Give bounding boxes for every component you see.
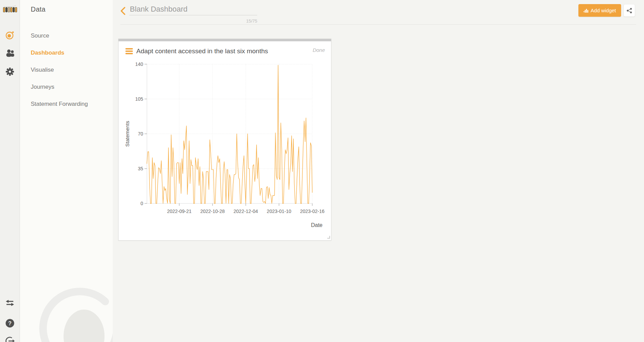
svg-text:2023-01-10: 2023-01-10 [267, 209, 291, 214]
statements-line-chart: 035701051402022-09-212022-10-282022-12-0… [119, 39, 332, 241]
switch-org-icon[interactable] [5, 299, 15, 308]
sidebar-item-journeys[interactable]: Journeys [20, 79, 113, 96]
svg-text:0: 0 [140, 201, 143, 206]
settings-gear-icon[interactable] [5, 67, 15, 78]
users-icon[interactable] [5, 49, 15, 59]
back-button[interactable] [120, 6, 127, 15]
svg-text:2022-12-04: 2022-12-04 [234, 209, 258, 214]
topbar-divider [120, 24, 636, 25]
sidebar-item-dashboards[interactable]: Dashboards [20, 44, 113, 61]
sidebar-nav: SourceDashboardsVisualiseJourneysStateme… [20, 27, 113, 113]
add-widget-button[interactable]: Add widget [578, 4, 621, 17]
svg-text:105: 105 [135, 96, 143, 102]
sidebar-heading: Data [31, 5, 45, 13]
svg-text:2022-10-28: 2022-10-28 [200, 209, 225, 214]
icon-rail: ? [0, 0, 20, 342]
sidebar-item-source[interactable]: Source [20, 27, 113, 44]
share-button[interactable] [624, 4, 635, 17]
share-icon [626, 8, 632, 14]
svg-text:Statements: Statements [124, 121, 130, 147]
sidebar: Data SourceDashboardsVisualiseJourneysSt… [20, 0, 113, 342]
svg-text:2022-09-21: 2022-09-21 [167, 209, 192, 214]
help-icon[interactable]: ? [5, 318, 15, 330]
svg-text:70: 70 [138, 131, 143, 137]
logo-tiles [2, 7, 17, 12]
svg-text:Date: Date [311, 222, 323, 228]
add-widget-label: Add widget [591, 8, 616, 13]
title-char-counter: 15/75 [129, 18, 257, 24]
chevron-left-icon [120, 6, 127, 15]
logo-script-squiggle [4, 4, 16, 7]
bar-chart-icon [584, 8, 588, 13]
svg-text:2023-02-16: 2023-02-16 [300, 209, 325, 214]
source-store-icon[interactable] [5, 30, 15, 42]
svg-text:35: 35 [138, 166, 143, 171]
sidebar-item-statement-forwarding[interactable]: Statement Forwarding [20, 96, 113, 113]
sidebar-item-visualise[interactable]: Visualise [20, 61, 113, 79]
logout-icon[interactable] [5, 336, 15, 342]
learning-locker-logo[interactable] [2, 4, 17, 15]
dashboard-title-input[interactable] [129, 4, 257, 15]
help-glyph: ? [8, 320, 12, 326]
widget-card: Adapt content accessed in the last six m… [118, 39, 331, 241]
main-area: 15/75 Add widget Adapt content accessed [113, 0, 644, 342]
svg-text:140: 140 [135, 61, 143, 67]
